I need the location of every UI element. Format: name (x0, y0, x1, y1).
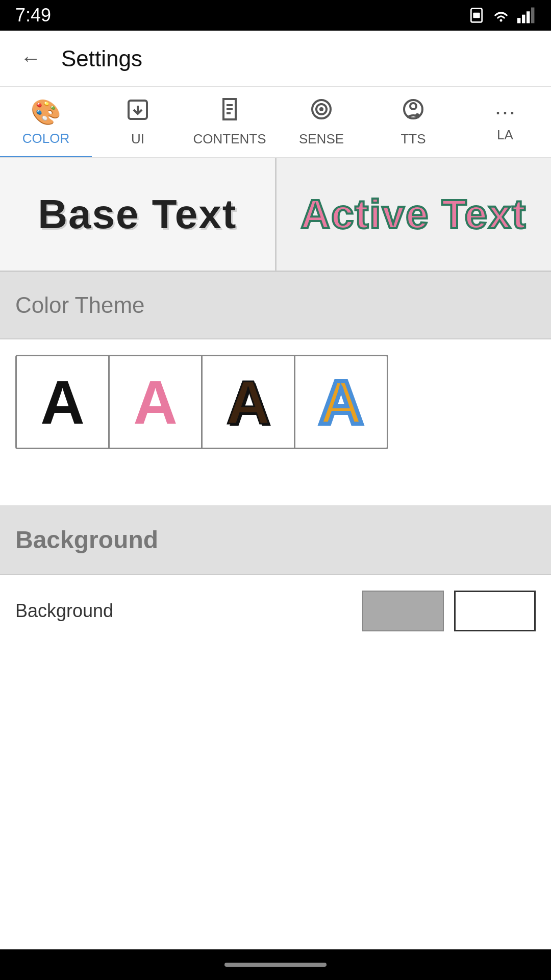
wifi-icon (491, 7, 511, 23)
active-text-preview[interactable]: Active Text (277, 158, 552, 271)
svg-point-15 (410, 103, 416, 109)
theme-option-default[interactable]: A (15, 355, 110, 449)
theme-option-pink[interactable]: A (108, 355, 203, 449)
svg-rect-1 (473, 13, 480, 18)
theme-option-dark[interactable]: A (201, 355, 295, 449)
tab-tts-label: TTS (400, 131, 425, 147)
svg-rect-3 (517, 18, 520, 23)
background-row: Background (0, 575, 551, 647)
color-theme-title: Color Theme (15, 292, 145, 317)
bottom-nav-bar (0, 949, 551, 980)
color-theme-grid: A A A A (0, 339, 551, 464)
color-theme-section-header: Color Theme (0, 272, 551, 339)
tts-tab-icon (401, 97, 425, 127)
tab-ui[interactable]: UI (92, 87, 184, 157)
tab-sense-label: SENSE (299, 131, 344, 147)
background-swatch-white[interactable] (454, 591, 536, 631)
background-section-title: Background (15, 526, 158, 553)
active-text-label: Active Text (300, 191, 527, 238)
color-tab-icon: 🎨 (31, 98, 61, 127)
status-time: 7:49 (15, 5, 51, 26)
base-text-label: Base Text (38, 191, 237, 238)
back-button[interactable]: ← (15, 43, 46, 74)
tab-contents[interactable]: CONTENTS (184, 87, 276, 157)
la-tab-icon: ⋯ (494, 102, 516, 123)
page-title: Settings (61, 46, 142, 71)
contents-tab-icon (217, 97, 242, 127)
tab-tts[interactable]: TTS (367, 87, 459, 157)
preview-section: Base Text Active Text (0, 158, 551, 272)
background-row-label: Background (15, 600, 113, 622)
theme-letter-black: A (40, 372, 85, 433)
background-section-header: Background (0, 505, 551, 575)
spacer-1 (0, 464, 551, 505)
base-text-preview[interactable]: Base Text (0, 158, 277, 271)
tab-sense[interactable]: SENSE (276, 87, 367, 157)
svg-point-12 (320, 108, 322, 110)
ui-tab-icon (126, 97, 150, 127)
tab-la[interactable]: ⋯ LA (459, 87, 551, 157)
sim-icon (468, 7, 485, 23)
svg-point-2 (500, 19, 503, 22)
status-bar: 7:49 (0, 0, 551, 31)
back-arrow-icon: ← (20, 47, 41, 70)
tab-bar: 🎨 COLOR UI CONTENTS (0, 87, 551, 158)
tab-color-label: COLOR (22, 131, 69, 146)
bottom-home-indicator (224, 963, 327, 967)
theme-letter-blue-gold: A (319, 372, 363, 433)
tab-contents-label: CONTENTS (193, 131, 266, 147)
svg-point-16 (416, 114, 418, 116)
app-header: ← Settings (0, 31, 551, 87)
background-controls (362, 591, 536, 631)
background-swatch-gray[interactable] (362, 591, 444, 631)
theme-letter-pink: A (133, 372, 178, 433)
tab-color[interactable]: 🎨 COLOR (0, 87, 92, 157)
svg-rect-5 (527, 11, 530, 23)
theme-letter-dark: A (226, 372, 270, 433)
signal-icon (517, 7, 536, 23)
svg-rect-4 (522, 15, 525, 23)
tab-la-label: LA (497, 127, 513, 143)
status-icons (468, 7, 536, 23)
sense-tab-icon (309, 97, 334, 127)
tab-ui-label: UI (131, 131, 144, 147)
svg-rect-6 (531, 8, 534, 23)
theme-option-blue-gold[interactable]: A (294, 355, 388, 449)
